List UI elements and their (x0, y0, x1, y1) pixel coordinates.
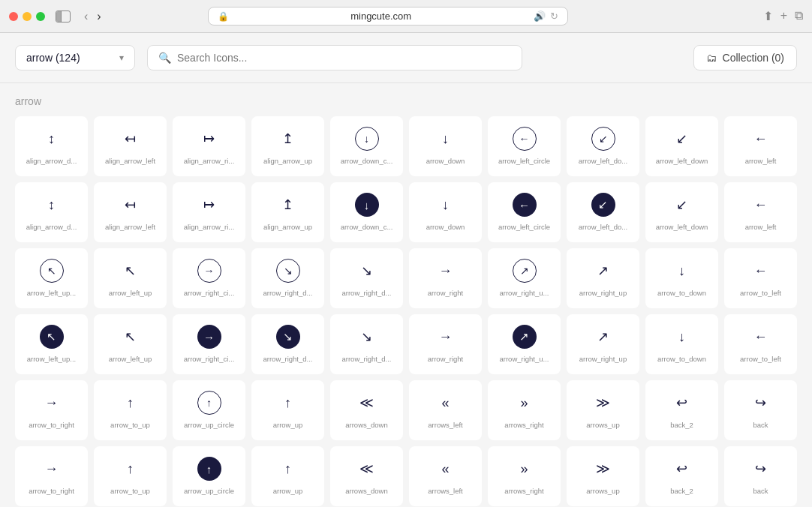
icon-cell[interactable]: ≪arrows_down (330, 446, 403, 506)
icon-symbol: ≪ (355, 391, 379, 415)
icon-cell[interactable]: ↤align_arrow_left (94, 182, 167, 242)
icon-cell[interactable]: ↖arrow_left_up (94, 248, 167, 308)
icon-cell[interactable]: ≪arrows_down (330, 380, 403, 440)
icon-symbol: ↙ (670, 193, 694, 217)
icon-cell[interactable]: ↖arrow_left_up... (15, 314, 88, 374)
icon-cell[interactable]: →arrow_right_ci... (173, 314, 245, 374)
icon-name: arrow_right_u... (499, 355, 549, 363)
icon-cell[interactable]: ↕align_arrow_d... (15, 182, 88, 242)
icon-cell[interactable]: →arrow_right (409, 248, 482, 308)
icon-cell[interactable]: «arrows_left (409, 446, 482, 506)
collection-button[interactable]: 🗂 Collection (0) (693, 45, 797, 70)
icon-cell[interactable]: ↗arrow_right_u... (488, 314, 561, 374)
icon-cell[interactable]: ↩back_2 (645, 446, 718, 506)
icon-symbol: ↘ (276, 325, 300, 349)
icon-cell[interactable]: ←arrow_left (724, 182, 797, 242)
icon-name: align_arrow_left (105, 223, 155, 231)
icon-cell[interactable]: ←arrow_left_circle (488, 182, 561, 242)
new-tab-icon[interactable]: + (780, 9, 787, 23)
maximize-button[interactable] (36, 12, 45, 21)
icon-cell[interactable]: ←arrow_to_left (724, 248, 797, 308)
icon-symbol: ↤ (119, 127, 143, 151)
icon-symbol: ↘ (276, 259, 300, 283)
icon-symbol: ↙ (591, 193, 615, 217)
icon-row-3: ↖arrow_left_up...↖arrow_left_up→arrow_ri… (15, 248, 797, 308)
icon-name: back_2 (670, 421, 693, 429)
search-input[interactable] (177, 52, 511, 64)
icon-cell[interactable]: ↓arrow_to_down (645, 314, 718, 374)
icon-cell[interactable]: ↓arrow_down_c... (330, 116, 403, 176)
icon-cell[interactable]: ↑arrow_up_circle (173, 380, 245, 440)
icon-cell[interactable]: ↥align_arrow_up (251, 116, 324, 176)
icon-cell[interactable]: ↥align_arrow_up (251, 182, 324, 242)
minimize-button[interactable] (23, 12, 32, 21)
icon-symbol: » (513, 391, 537, 415)
icon-cell[interactable]: ↦align_arrow_ri... (173, 116, 245, 176)
icon-cell[interactable]: ↘arrow_right_d... (330, 314, 403, 374)
icon-cell[interactable]: →arrow_to_right (15, 446, 88, 506)
icon-symbol: ↘ (355, 325, 379, 349)
search-bar[interactable]: 🔍 (147, 45, 522, 70)
content-area: arrow ↕align_arrow_d...↤align_arrow_left… (0, 83, 812, 507)
back-nav-button[interactable]: ‹ (81, 9, 91, 24)
icon-cell[interactable]: ↗arrow_right_up (567, 314, 639, 374)
icon-cell[interactable]: ↤align_arrow_left (94, 116, 167, 176)
icon-cell[interactable]: ≫arrows_up (567, 380, 639, 440)
icon-cell[interactable]: ↙arrow_left_down (645, 116, 718, 176)
sidebar-toggle-button[interactable] (56, 10, 71, 22)
icon-cell[interactable]: ↘arrow_right_d... (330, 248, 403, 308)
icon-name: align_arrow_ri... (184, 223, 235, 231)
icon-cell[interactable]: ↗arrow_right_up (567, 248, 639, 308)
icon-cell[interactable]: ↩back_2 (645, 380, 718, 440)
icon-cell[interactable]: ←arrow_to_left (724, 314, 797, 374)
icon-cell[interactable]: ↓arrow_to_down (645, 248, 718, 308)
refresh-icon[interactable]: ↻ (550, 10, 558, 22)
lock-icon: 🔒 (218, 11, 229, 22)
address-bar[interactable]: 🔒 mingcute.com 🔊 ↻ (208, 7, 568, 26)
icon-name: arrow_to_up (110, 421, 150, 429)
icon-cell[interactable]: ↖arrow_left_up... (15, 248, 88, 308)
icon-cell[interactable]: ←arrow_left (724, 116, 797, 176)
tabs-icon[interactable]: ⧉ (795, 9, 803, 23)
icon-cell[interactable]: ↓arrow_down_c... (330, 182, 403, 242)
icon-symbol: → (197, 259, 221, 283)
browser-actions: ⬆ + ⧉ (763, 9, 803, 23)
category-select[interactable]: arrow (124) ▾ (15, 45, 135, 70)
icon-cell[interactable]: ↓arrow_down (409, 116, 482, 176)
icon-cell[interactable]: ↘arrow_right_d... (251, 314, 324, 374)
icon-cell[interactable]: ↑arrow_to_up (94, 446, 167, 506)
icon-cell[interactable]: »arrows_right (488, 446, 561, 506)
icon-symbol: ↖ (40, 259, 64, 283)
icon-cell[interactable]: ↓arrow_down (409, 182, 482, 242)
icon-cell[interactable]: ↪back (724, 380, 797, 440)
icon-name: arrow_to_right (29, 421, 74, 429)
icon-symbol: ↖ (119, 259, 143, 283)
icon-cell[interactable]: ↑arrow_up_circle (173, 446, 245, 506)
icon-cell[interactable]: ↑arrow_up (251, 380, 324, 440)
icon-cell[interactable]: ↪back (724, 446, 797, 506)
icon-symbol: ↪ (749, 457, 773, 481)
icon-cell[interactable]: ≫arrows_up (567, 446, 639, 506)
icon-cell[interactable]: ↙arrow_left_do... (567, 182, 639, 242)
icon-name: align_arrow_up (263, 157, 312, 165)
icon-cell[interactable]: ↖arrow_left_up (94, 314, 167, 374)
icon-cell[interactable]: →arrow_right (409, 314, 482, 374)
icon-name: arrows_down (345, 421, 388, 429)
share-icon[interactable]: ⬆ (763, 9, 773, 23)
forward-nav-button[interactable]: › (94, 9, 104, 24)
icon-cell[interactable]: ↗arrow_right_u... (488, 248, 561, 308)
icon-cell[interactable]: ↑arrow_to_up (94, 380, 167, 440)
icon-cell[interactable]: →arrow_to_right (15, 380, 88, 440)
close-button[interactable] (9, 12, 18, 21)
icon-cell[interactable]: »arrows_right (488, 380, 561, 440)
icon-cell[interactable]: ↕align_arrow_d... (15, 116, 88, 176)
icon-name: arrow_down_c... (341, 223, 393, 231)
icon-cell[interactable]: ↙arrow_left_down (645, 182, 718, 242)
icon-cell[interactable]: ←arrow_left_circle (488, 116, 561, 176)
icon-cell[interactable]: ↙arrow_left_do... (567, 116, 639, 176)
icon-cell[interactable]: ↑arrow_up (251, 446, 324, 506)
icon-cell[interactable]: ↦align_arrow_ri... (173, 182, 245, 242)
icon-cell[interactable]: «arrows_left (409, 380, 482, 440)
icon-cell[interactable]: →arrow_right_ci... (173, 248, 245, 308)
icon-cell[interactable]: ↘arrow_right_d... (251, 248, 324, 308)
